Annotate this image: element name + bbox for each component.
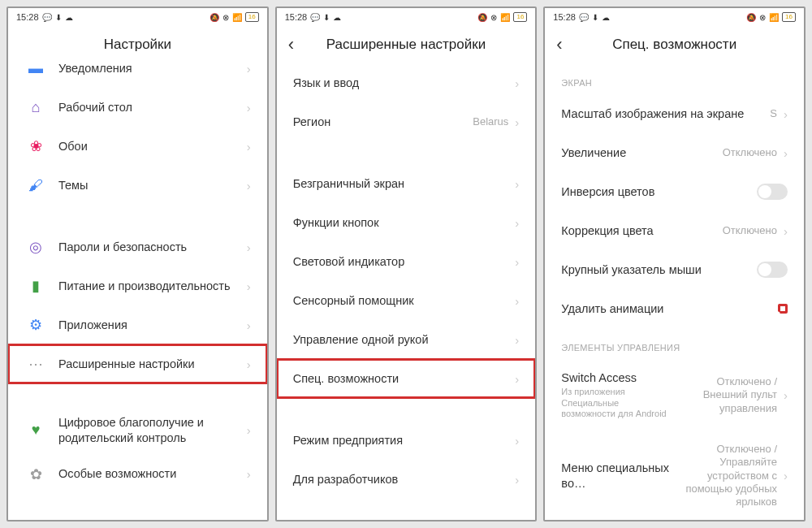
toggle-large-pointer[interactable] <box>757 262 788 278</box>
row-magnification[interactable]: Увеличение Отключено › <box>545 133 804 172</box>
toggle-color-inversion[interactable] <box>757 184 788 200</box>
row-sub: Из приложения Специальные возможности дл… <box>561 387 672 420</box>
row-button-functions[interactable]: Функции кнопок › <box>277 203 536 242</box>
row-apps[interactable]: ⚙ Приложения › <box>8 305 267 344</box>
status-bar: 15:28💬⬇☁ 🔕⊗📶16 <box>277 8 536 26</box>
row-notifications[interactable]: ▬ Уведомления › <box>8 63 267 88</box>
row-label: Крупный указатель мыши <box>561 262 757 278</box>
chevron-right-icon: › <box>784 388 788 402</box>
chevron-right-icon: › <box>515 115 519 129</box>
row-label: Удалить анимации <box>561 301 778 317</box>
brush-icon: 🖌 <box>24 177 47 194</box>
row-label: Цифровое благополучие и родительский кон… <box>58 415 247 446</box>
gear-icon: ⚙ <box>24 316 47 334</box>
row-advanced-settings[interactable]: ⋯ Расширенные настройки › <box>8 344 267 383</box>
weather-icon: ☁ <box>333 13 341 22</box>
time: 15:28 <box>553 12 576 22</box>
row-switch-access[interactable]: Switch Access Из приложения Специальные … <box>545 359 804 431</box>
row-label: Обои <box>58 139 247 154</box>
row-label: Регион <box>293 115 473 130</box>
chevron-right-icon: › <box>247 279 251 293</box>
advanced-list[interactable]: Язык и ввод › Регион Belarus › Безгранич… <box>277 63 536 520</box>
row-label: Пароли и безопасность <box>58 240 247 255</box>
row-label: Инверсия цветов <box>561 184 757 200</box>
row-wallpaper[interactable]: ❀ Обои › <box>8 127 267 166</box>
chevron-right-icon: › <box>247 318 251 332</box>
phone-screen-1: 15:28💬⬇☁ 🔕⊗📶16 Настройки ▬ Уведомления ›… <box>6 6 269 522</box>
row-one-hand[interactable]: Управление одной рукой › <box>277 320 536 359</box>
time: 15:28 <box>285 12 308 22</box>
battery-icon: 16 <box>245 12 259 22</box>
page-title: Настройки <box>104 37 171 53</box>
row-label: Коррекция цвета <box>561 223 722 239</box>
chevron-right-icon: › <box>515 216 519 230</box>
row-label: Сенсорный помощник <box>293 293 516 309</box>
back-button[interactable]: ‹ <box>556 34 562 55</box>
row-label: Рабочий стол <box>58 100 247 115</box>
row-label: Приложения <box>58 318 247 333</box>
wifi-icon: 📶 <box>769 13 779 22</box>
row-themes[interactable]: 🖌 Темы › <box>8 166 267 205</box>
row-label: Функции кнопок <box>293 215 516 231</box>
download-icon: ⬇ <box>592 13 598 22</box>
row-value: Отключено <box>723 146 777 159</box>
chevron-right-icon: › <box>247 240 251 254</box>
section-controls: ЭЛЕМЕНТЫ УПРАВЛЕНИЯ <box>545 328 804 359</box>
row-label: Язык и ввод <box>293 76 516 91</box>
row-led[interactable]: Световой индикатор › <box>277 242 536 281</box>
row-label: Питание и производительность <box>58 279 247 294</box>
header: Настройки <box>8 26 267 63</box>
row-accessibility[interactable]: Спец. возможности › <box>277 359 536 398</box>
chevron-right-icon: › <box>247 467 251 481</box>
row-value: Отключено / Внешний пульт управления <box>672 375 777 415</box>
row-desktop[interactable]: ⌂ Рабочий стол › <box>8 88 267 127</box>
row-label: Световой индикатор <box>293 254 516 270</box>
chevron-right-icon: › <box>247 63 251 76</box>
a11y-list[interactable]: ЭКРАН Масштаб изображения на экране S › … <box>545 63 804 520</box>
row-large-pointer[interactable]: Крупный указатель мыши <box>545 250 804 289</box>
wifi-icon: 📶 <box>232 13 242 22</box>
row-language[interactable]: Язык и ввод › <box>277 63 536 102</box>
battery-icon: 16 <box>782 12 796 22</box>
row-enterprise[interactable]: Режим предприятия › <box>277 421 536 460</box>
chevron-right-icon: › <box>784 146 788 160</box>
header: ‹ Спец. возможности <box>545 26 804 63</box>
phone-screen-3: 15:28💬⬇☁ 🔕⊗📶16 ‹ Спец. возможности ЭКРАН… <box>543 6 806 522</box>
row-display-size[interactable]: Масштаб изображения на экране S › <box>545 94 804 133</box>
weather-icon: ☁ <box>602 13 610 22</box>
row-battery[interactable]: ▮ Питание и производительность › <box>8 266 267 305</box>
row-special-abilities[interactable]: ✿ Особые возможности › <box>8 455 267 494</box>
row-value: Отключено / Управляйте устройством с пом… <box>672 443 777 509</box>
row-value: Belarus <box>473 115 508 128</box>
page-title: Расширенные настройки <box>326 37 486 53</box>
row-fullscreen[interactable]: Безграничный экран › <box>277 164 536 203</box>
row-a11y-menu[interactable]: Меню специальных во… Отключено / Управля… <box>545 431 804 520</box>
mute-icon: 🔕 <box>209 13 219 22</box>
row-label: Безграничный экран <box>293 176 516 192</box>
row-region[interactable]: Регион Belarus › <box>277 102 536 141</box>
row-quick-ball[interactable]: Сенсорный помощник › <box>277 281 536 320</box>
row-color-correction[interactable]: Коррекция цвета Отключено › <box>545 211 804 250</box>
chevron-right-icon: › <box>515 177 519 191</box>
row-label: Увеличение <box>561 145 722 161</box>
more-icon: ⋯ <box>24 355 47 373</box>
wifi-icon: 📶 <box>500 13 510 22</box>
chevron-right-icon: › <box>247 357 251 371</box>
row-label: Управление одной рукой <box>293 332 516 348</box>
highlight-toggle <box>778 304 788 314</box>
row-digital-wellbeing[interactable]: ♥ Цифровое благополучие и родительский к… <box>8 406 267 455</box>
settings-list[interactable]: ▬ Уведомления › ⌂ Рабочий стол › ❀ Обои … <box>8 63 267 520</box>
row-value: Отключено <box>723 224 777 237</box>
alarm-icon: ⊗ <box>490 13 497 22</box>
back-button[interactable]: ‹ <box>288 34 294 55</box>
chevron-right-icon: › <box>784 469 788 483</box>
row-color-inversion[interactable]: Инверсия цветов <box>545 172 804 211</box>
row-remove-animations[interactable]: Удалить анимации <box>545 289 804 328</box>
chevron-right-icon: › <box>784 107 788 121</box>
chevron-right-icon: › <box>247 101 251 115</box>
row-label: Меню специальных во… <box>561 461 672 491</box>
row-developers[interactable]: Для разработчиков › <box>277 460 536 499</box>
home-icon: ⌂ <box>24 99 47 116</box>
row-security[interactable]: ◎ Пароли и безопасность › <box>8 227 267 266</box>
row-label: Особые возможности <box>58 466 247 482</box>
